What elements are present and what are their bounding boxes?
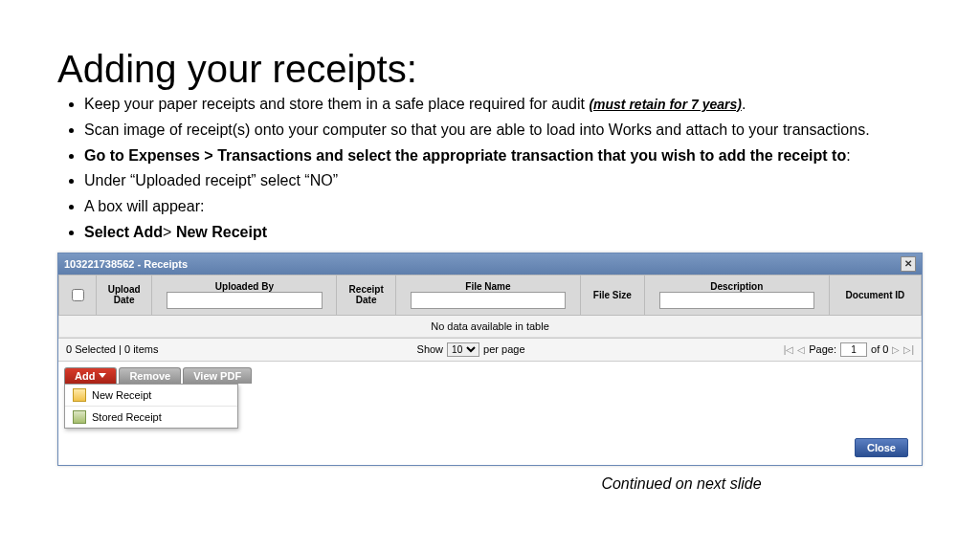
table-footer: 0 Selected | 0 items Show 10 per page |◁… xyxy=(58,338,922,361)
remove-button[interactable]: Remove xyxy=(119,367,181,384)
add-button-label: Add xyxy=(75,370,95,382)
page-label: Page: xyxy=(809,343,836,355)
bullet-3-bold: Go to Expenses > Transactions and select… xyxy=(84,147,846,164)
filter-file-name[interactable] xyxy=(411,292,567,309)
bullet-5: A box will appear: xyxy=(84,197,923,217)
col-document-id[interactable]: Document ID xyxy=(829,275,921,315)
bullet-3-colon: : xyxy=(846,147,850,164)
bullet-4: Under “Uploaded receipt” select “NO” xyxy=(84,171,923,191)
bullet-2: Scan image of receipt(s) onto your compu… xyxy=(84,121,923,141)
selection-count: 0 Selected | 0 items xyxy=(66,343,158,355)
view-pdf-button[interactable]: View PDF xyxy=(183,367,252,384)
col-upload-date[interactable]: Upload Date xyxy=(97,275,152,315)
col-uploaded-by-label: Uploaded By xyxy=(156,281,332,292)
next-page-icon[interactable]: ▷ xyxy=(892,344,900,355)
new-receipt-icon xyxy=(73,388,86,402)
add-button[interactable]: Add xyxy=(64,367,117,384)
select-all-checkbox[interactable] xyxy=(72,289,84,301)
bullet-6-gt: > xyxy=(163,224,176,240)
col-file-name-label: File Name xyxy=(400,281,576,292)
menu-item-stored-receipt[interactable]: Stored Receipt xyxy=(65,407,237,428)
stored-receipt-icon xyxy=(73,410,86,424)
menu-item-new-receipt[interactable]: New Receipt xyxy=(65,385,237,407)
bullet-3: Go to Expenses > Transactions and select… xyxy=(84,146,923,166)
add-dropdown-menu: New Receipt Stored Receipt xyxy=(64,384,238,429)
bullet-6-add: Select Add xyxy=(84,224,163,240)
pagination: |◁ ◁ Page: of 0 ▷ ▷| xyxy=(784,342,914,357)
page-input[interactable] xyxy=(840,342,867,357)
no-data-message: No data available in table xyxy=(59,315,922,337)
first-page-icon[interactable]: |◁ xyxy=(784,344,794,355)
per-page-label: per page xyxy=(483,343,524,355)
bullet-1-text: Keep your paper receipts and store them … xyxy=(84,96,589,112)
slide-title: Adding your receipts: xyxy=(57,48,923,91)
bullet-1: Keep your paper receipts and store them … xyxy=(84,95,923,115)
filter-uploaded-by[interactable] xyxy=(167,292,323,309)
col-description[interactable]: Description xyxy=(644,275,829,315)
col-receipt-date[interactable]: Receipt Date xyxy=(337,275,395,315)
instruction-list: Keep your paper receipts and store them … xyxy=(57,95,923,243)
show-label: Show xyxy=(417,343,444,355)
col-uploaded-by[interactable]: Uploaded By xyxy=(152,275,337,315)
table-header-row: Upload Date Uploaded By Receipt Date Fil… xyxy=(59,275,922,315)
panel-header: 103221738562 - Receipts ✕ xyxy=(58,253,922,275)
panel-title: 103221738562 - Receipts xyxy=(64,258,188,270)
bullet-1-period: . xyxy=(742,96,746,112)
col-description-label: Description xyxy=(649,281,825,292)
receipts-panel: 103221738562 - Receipts ✕ Upload Date Up… xyxy=(57,253,923,466)
menu-item-stored-receipt-label: Stored Receipt xyxy=(92,411,162,423)
action-bar: Add Remove View PDF New Receipt Stored R… xyxy=(58,361,922,465)
receipts-table: Upload Date Uploaded By Receipt Date Fil… xyxy=(58,275,922,338)
bullet-6: Select Add> New Receipt xyxy=(84,223,923,243)
last-page-icon[interactable]: ▷| xyxy=(903,344,914,355)
no-data-row: No data available in table xyxy=(59,315,922,337)
menu-item-new-receipt-label: New Receipt xyxy=(92,389,151,401)
per-page-select[interactable]: 10 xyxy=(447,342,479,357)
close-icon[interactable]: ✕ xyxy=(901,256,916,272)
close-button[interactable]: Close xyxy=(855,438,908,457)
continued-note: Continued on next slide xyxy=(440,475,923,493)
chevron-down-icon xyxy=(99,373,106,378)
filter-description[interactable] xyxy=(659,292,815,309)
bullet-6-new: New Receipt xyxy=(176,224,267,240)
col-file-size[interactable]: File Size xyxy=(581,275,645,315)
col-file-name[interactable]: File Name xyxy=(395,275,580,315)
prev-page-icon[interactable]: ◁ xyxy=(797,344,805,355)
of-label: of 0 xyxy=(871,343,888,355)
bullet-1-emphasis: (must retain for 7 years) xyxy=(589,97,742,112)
